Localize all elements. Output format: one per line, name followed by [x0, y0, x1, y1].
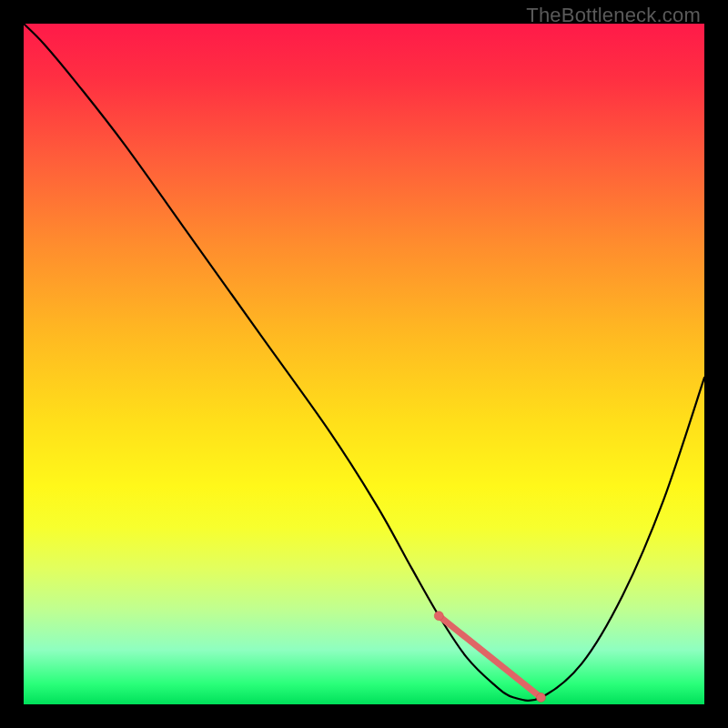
- bottleneck-curve-svg: [24, 24, 704, 704]
- optimal-range-segment: [439, 616, 541, 698]
- plot-area: [24, 24, 704, 704]
- optimal-marker-right: [536, 693, 545, 703]
- chart-frame: TheBottleneck.com: [0, 0, 728, 728]
- optimal-marker-left: [434, 612, 443, 621]
- bottleneck-curve: [24, 24, 704, 701]
